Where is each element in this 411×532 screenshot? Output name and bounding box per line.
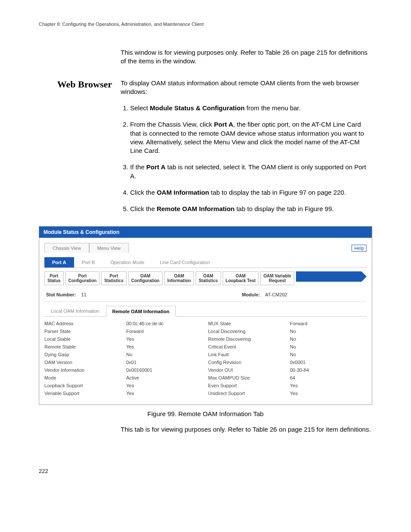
- subtab-port-status[interactable]: PortStatus: [44, 271, 64, 285]
- field-value: 00:0c:46:ce:de:dc: [126, 321, 203, 326]
- intro-paragraph: This window is for viewing purposes only…: [121, 48, 372, 66]
- tab-operation-mode[interactable]: Operation Mode: [103, 257, 152, 268]
- field-label: Even Support: [208, 383, 285, 388]
- subtab-oam-variable-request[interactable]: OAM VariableRequest: [260, 271, 294, 285]
- field-value: Yes: [126, 336, 203, 342]
- field-value: No: [290, 352, 367, 357]
- oam-data-grid: MAC Address00:0c:46:ce:de:dcMUX StateFor…: [44, 321, 367, 396]
- tab-remote-oam-information[interactable]: Remote OAM Information: [106, 306, 176, 317]
- field-label: Vendor Information: [44, 367, 121, 373]
- field-label: Critical Event: [208, 344, 285, 349]
- side-heading-web-browser: Web Browser: [39, 79, 112, 221]
- tab-port-b[interactable]: Port B: [74, 257, 103, 268]
- field-label: Local Discovering: [208, 329, 285, 334]
- field-value: No: [126, 352, 203, 357]
- steps-list: Select Module Status & Configuration fro…: [121, 104, 372, 213]
- field-label: Dying Gasp: [44, 352, 121, 357]
- field-label: MAC Address: [44, 321, 121, 326]
- field-label: Max OAMPUD Size: [208, 375, 285, 380]
- field-label: Remote Stable: [44, 344, 121, 349]
- closing-paragraph: This tab is for viewing purposes only. R…: [121, 425, 372, 434]
- tab-chassis-view[interactable]: Chassis View: [44, 243, 89, 253]
- field-value: Yes: [290, 391, 367, 396]
- field-value: Forward: [126, 329, 203, 334]
- field-label: Veriable Support: [44, 391, 121, 396]
- subtab-port-statistics[interactable]: PortStatistics: [101, 271, 126, 285]
- page-number: 222: [39, 468, 372, 474]
- field-label: Parser State: [44, 329, 121, 334]
- field-label: Config Revision: [208, 360, 285, 365]
- subtab-oam-statistics[interactable]: OAMStatistics: [196, 271, 221, 285]
- slot-number-label: Slot Number:: [46, 292, 76, 297]
- module-label: Module:: [242, 292, 260, 297]
- subtab-oam-loopback-test[interactable]: OAMLoopback Test: [223, 271, 259, 285]
- ribbon-decoration: [296, 271, 367, 282]
- field-value: 64: [290, 375, 367, 380]
- field-label: Unidirect Support: [208, 391, 285, 396]
- step-5: Click the Remote OAM Information tab to …: [130, 205, 372, 213]
- step-4: Click the OAM Information tab to display…: [130, 188, 372, 197]
- field-value: Yes: [290, 383, 367, 388]
- subtab-port-configuration[interactable]: PortConfiguration: [65, 271, 100, 285]
- field-label: Loopback Support: [44, 383, 121, 388]
- slot-number-value: 11: [81, 292, 86, 297]
- field-value: No: [290, 344, 367, 349]
- step-1: Select Module Status & Configuration fro…: [130, 104, 372, 112]
- window-title-bar: Module Status & Configuration: [39, 227, 372, 238]
- field-label: Remote Discovering: [208, 336, 285, 342]
- figure-caption: Figure 99. Remote OAM Information Tab: [39, 410, 372, 417]
- field-label: Link Fault: [208, 352, 285, 357]
- field-value: 0x00160001: [126, 367, 203, 373]
- figure-screenshot: Module Status & Configuration Chassis Vi…: [39, 226, 372, 405]
- help-button[interactable]: Help: [352, 245, 367, 252]
- tab-menu-view[interactable]: Menu View: [89, 243, 129, 253]
- field-value: Yes: [126, 344, 203, 349]
- field-label: Local Stable: [44, 336, 121, 342]
- field-value: Yes: [126, 391, 203, 396]
- side-heading-empty: [39, 48, 112, 74]
- tab-local-oam-information[interactable]: Local OAM Information: [44, 305, 106, 316]
- field-value: 0x0001: [290, 360, 367, 365]
- field-value: 00-30-84: [290, 367, 367, 373]
- step-2: From the Chassis View, click Port A, the…: [130, 120, 372, 155]
- field-value: No: [290, 329, 367, 334]
- field-label: Vendor OUI: [208, 367, 285, 373]
- tab-line-card-configuration[interactable]: Line Card Configuration: [152, 257, 218, 268]
- field-label: Mode: [44, 375, 121, 380]
- side-heading-empty-2: [39, 425, 112, 442]
- field-label: OAM Version: [44, 360, 121, 365]
- module-value: AT-CM202: [265, 292, 287, 297]
- field-value: 0x01: [126, 360, 203, 365]
- subtab-oam-configuration[interactable]: OAMConfiguration: [128, 271, 163, 285]
- field-value: Active: [126, 375, 203, 380]
- field-value: No: [290, 336, 367, 342]
- field-label: MUX State: [208, 321, 285, 326]
- step-3: If the Port A tab is not selected, selec…: [130, 163, 372, 180]
- field-value: Yes: [126, 383, 203, 388]
- subtab-oam-information[interactable]: OAMInformation: [164, 271, 194, 285]
- tab-port-a[interactable]: Port A: [44, 257, 74, 268]
- field-value: Forward: [290, 321, 367, 326]
- lead-paragraph: To display OAM status information about …: [121, 79, 372, 96]
- chapter-header: Chapter 8: Configuring the Operations, A…: [39, 22, 372, 27]
